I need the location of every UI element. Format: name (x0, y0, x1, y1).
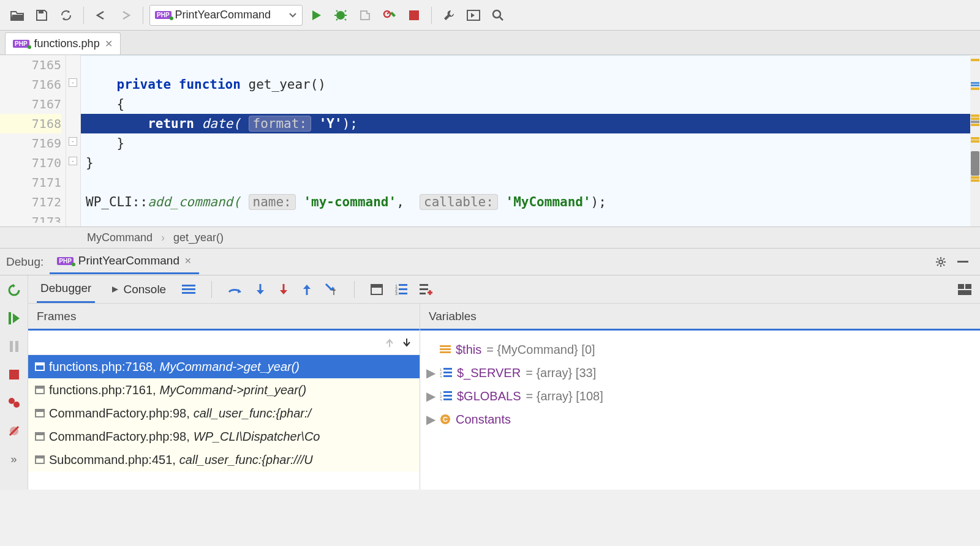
next-frame-icon[interactable] (402, 337, 411, 348)
svg-rect-37 (36, 410, 44, 412)
save-icon[interactable] (31, 4, 53, 26)
code-editor[interactable]: 7165 7166 7167 7168 7169 7170 7171 7172 … (0, 55, 980, 226)
close-icon[interactable]: ✕ (105, 38, 113, 50)
threads-icon[interactable] (182, 285, 195, 294)
svg-rect-0 (39, 10, 43, 13)
breadcrumb-item[interactable]: get_year() (173, 231, 224, 244)
layout-icon[interactable] (958, 284, 971, 295)
close-icon[interactable]: ✕ (184, 256, 192, 266)
resume-icon[interactable] (6, 310, 23, 327)
back-icon[interactable] (90, 4, 112, 26)
tab-debugger[interactable]: Debugger (37, 275, 95, 303)
debug-panel: » Debugger Console 123 Frames (0, 275, 980, 490)
php-icon: PHP (57, 257, 74, 265)
php-icon: PHP (155, 11, 172, 19)
variable-row[interactable]: ▶123$GLOBALS = {array} [108] (420, 384, 980, 408)
profile-icon[interactable] (379, 4, 401, 26)
file-tab[interactable]: PHP functions.php ✕ (5, 32, 121, 54)
svg-rect-43 (440, 348, 451, 350)
add-watch-icon[interactable] (420, 284, 433, 295)
fold-icon[interactable]: - (69, 157, 77, 165)
svg-rect-26 (420, 284, 428, 286)
breadcrumb-item[interactable]: MyCommand (87, 231, 153, 244)
stop-icon[interactable] (6, 366, 23, 383)
svg-rect-29 (958, 284, 964, 289)
frame-row[interactable]: Subcommand.php:451, call_user_func:{phar… (28, 448, 420, 471)
variable-row[interactable]: ▶123$_SERVER = {array} [33] (420, 361, 980, 384)
fold-icon[interactable]: - (69, 137, 77, 146)
step-over-icon[interactable] (228, 283, 243, 296)
variable-row[interactable]: $this = {MyCommand} [0] (420, 338, 980, 361)
step-into-icon[interactable] (255, 283, 266, 296)
svg-rect-9 (10, 341, 13, 352)
forward-icon[interactable] (115, 4, 137, 26)
pause-icon[interactable] (6, 338, 23, 355)
tab-console[interactable]: Console (107, 277, 170, 302)
svg-rect-39 (36, 433, 44, 435)
more-icon[interactable]: » (6, 451, 23, 468)
line-gutter: 7165 7166 7167 7168 7169 7170 7171 7172 … (0, 55, 66, 226)
execution-line: return date( format: 'Y'); (81, 114, 970, 133)
breadcrumb: MyCommand › get_year() (0, 226, 980, 249)
fold-icon[interactable]: - (69, 78, 77, 87)
mute-breakpoints-icon[interactable] (6, 422, 23, 439)
stop-icon[interactable] (403, 4, 425, 26)
search-icon[interactable] (487, 4, 509, 26)
svg-text:3: 3 (395, 291, 398, 295)
rerun-icon[interactable] (6, 282, 23, 299)
coverage-icon[interactable] (354, 4, 376, 26)
variables-header[interactable]: Variables (420, 304, 980, 331)
chevron-down-icon (288, 12, 297, 18)
svg-point-6 (939, 260, 943, 264)
frame-row[interactable]: functions.php:7161, MyCommand->print_yea… (28, 378, 420, 402)
svg-rect-56 (443, 398, 452, 400)
run-anything-icon[interactable] (462, 4, 484, 26)
debug-session-tab[interactable]: PHP PrintYearCommand ✕ (50, 250, 199, 274)
code-content[interactable]: private function get_year() { return dat… (81, 55, 970, 226)
svg-rect-3 (409, 10, 419, 20)
force-step-into-icon[interactable] (278, 283, 289, 296)
svg-rect-21 (399, 284, 407, 286)
editor-tabs: PHP functions.php ✕ (0, 31, 980, 55)
svg-rect-50 (443, 375, 452, 377)
svg-rect-48 (443, 372, 452, 373)
sync-icon[interactable] (55, 4, 77, 26)
run-config-label: PrintYearCommand (175, 9, 285, 21)
step-out-icon[interactable] (301, 283, 312, 296)
run-to-cursor-icon[interactable] (325, 283, 338, 296)
svg-rect-44 (440, 351, 451, 353)
variable-row[interactable]: ▶CConstants (420, 408, 980, 431)
svg-rect-27 (420, 288, 428, 290)
svg-rect-54 (443, 395, 452, 397)
prev-frame-icon[interactable] (385, 337, 394, 348)
frames-header[interactable]: Frames (28, 304, 420, 331)
svg-rect-15 (182, 285, 195, 286)
evaluate-icon[interactable] (371, 284, 383, 295)
frame-row[interactable]: CommandFactory.php:98, call_user_func:{p… (28, 402, 420, 425)
breakpoints-icon[interactable] (6, 394, 23, 411)
svg-rect-42 (440, 345, 451, 347)
svg-rect-16 (182, 288, 195, 290)
svg-rect-7 (957, 261, 968, 263)
debug-icon[interactable] (330, 4, 352, 26)
run-icon[interactable] (305, 4, 327, 26)
debug-side-toolbar: » (0, 275, 28, 490)
main-toolbar: PHP PrintYearCommand (0, 0, 980, 31)
php-icon: PHP (13, 40, 29, 48)
open-icon[interactable] (6, 4, 28, 26)
svg-rect-52 (443, 391, 452, 393)
svg-rect-41 (36, 456, 44, 458)
svg-rect-11 (9, 370, 19, 380)
variables-panel: Variables $this = {MyCommand} [0]▶123$_S… (420, 304, 980, 490)
minimize-icon[interactable] (952, 251, 974, 273)
frame-row[interactable]: CommandFactory.php:98, WP_CLI\Dispatcher… (28, 425, 420, 448)
frames-panel: Frames functions.php:7168, MyCommand->ge… (28, 304, 420, 490)
frame-row[interactable]: functions.php:7168, MyCommand->get_year(… (28, 355, 420, 378)
run-config-selector[interactable]: PHP PrintYearCommand (149, 5, 303, 26)
svg-rect-35 (36, 386, 44, 389)
gear-icon[interactable] (930, 251, 952, 273)
svg-text:3: 3 (440, 375, 442, 378)
svg-rect-19 (371, 285, 382, 288)
wrench-icon[interactable] (438, 4, 460, 26)
watches-icon[interactable]: 123 (395, 284, 407, 295)
